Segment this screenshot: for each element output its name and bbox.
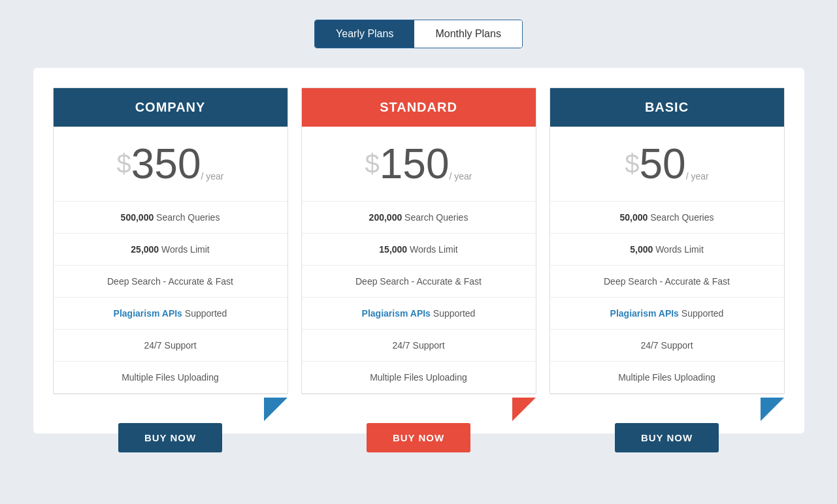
feature-bold: 15,000 <box>379 244 407 255</box>
buy-now-button-company[interactable]: BUY NOW <box>118 423 222 452</box>
plan-toggle: Yearly Plans Monthly Plans <box>314 20 523 48</box>
feature-text: 24/7 Support <box>144 340 196 351</box>
feature-text: Search Queries <box>154 212 220 223</box>
feature-text: Supported <box>679 308 724 319</box>
feature-row-standard-4: 24/7 Support <box>302 330 536 362</box>
feature-row-company-3: Plagiarism APIs Supported <box>54 298 287 330</box>
feature-text: Deep Search - Accurate & Fast <box>604 276 730 287</box>
plans-container: COMPANY $350/ year 500,000 Search Querie… <box>33 68 804 433</box>
feature-text: Deep Search - Accurate & Fast <box>355 276 482 287</box>
plagiarism-link[interactable]: Plagiarism APIs <box>114 308 182 319</box>
plan-card-company: COMPANY $350/ year 500,000 Search Querie… <box>53 87 288 394</box>
feature-text: Multiple Files Uploading <box>370 372 467 383</box>
price-dollar: $ <box>625 149 639 178</box>
feature-text: Search Queries <box>402 212 468 223</box>
feature-row-company-1: 25,000 Words Limit <box>54 234 287 266</box>
corner-arrow-company <box>264 398 287 421</box>
yearly-plans-tab[interactable]: Yearly Plans <box>315 20 414 48</box>
feature-row-standard-0: 200,000 Search Queries <box>302 202 536 234</box>
buy-btn-wrapper-basic: BUY NOW <box>550 423 784 452</box>
feature-row-basic-2: Deep Search - Accurate & Fast <box>550 266 784 298</box>
price-amount: 50 <box>640 140 686 187</box>
price-period: / year <box>686 171 709 181</box>
feature-row-basic-1: 5,000 Words Limit <box>550 234 784 266</box>
feature-text: 24/7 Support <box>392 340 444 351</box>
plagiarism-link[interactable]: Plagiarism APIs <box>362 308 431 319</box>
monthly-plans-tab[interactable]: Monthly Plans <box>414 20 522 48</box>
feature-text: Supported <box>182 308 227 319</box>
plan-header-standard: STANDARD <box>302 88 536 127</box>
price-amount: 150 <box>380 140 450 187</box>
buy-now-button-standard[interactable]: BUY NOW <box>367 423 470 452</box>
price-box-company: $350/ year <box>54 127 287 202</box>
plan-header-company: COMPANY <box>54 88 287 127</box>
feature-row-basic-0: 50,000 Search Queries <box>550 202 784 234</box>
feature-row-basic-4: 24/7 Support <box>550 330 784 362</box>
price-box-basic: $50/ year <box>550 127 784 202</box>
feature-row-company-0: 500,000 Search Queries <box>54 202 287 234</box>
feature-text: Words Limit <box>653 244 704 255</box>
feature-row-basic-5: Multiple Files Uploading <box>550 362 784 394</box>
corner-arrow-standard <box>512 398 536 421</box>
price-box-standard: $150/ year <box>302 127 536 202</box>
feature-row-company-4: 24/7 Support <box>54 330 287 362</box>
feature-bold: 5,000 <box>630 244 653 255</box>
price-period: / year <box>450 171 472 181</box>
plagiarism-link[interactable]: Plagiarism APIs <box>610 308 679 319</box>
feature-row-standard-1: 15,000 Words Limit <box>302 234 536 266</box>
feature-row-standard-2: Deep Search - Accurate & Fast <box>302 266 536 298</box>
feature-row-company-5: Multiple Files Uploading <box>54 362 287 394</box>
price-dollar: $ <box>116 149 131 178</box>
corner-arrow-basic <box>761 398 784 421</box>
feature-bold: 50,000 <box>620 212 648 223</box>
buy-btn-wrapper-standard: BUY NOW <box>302 423 536 452</box>
feature-text: Multiple Files Uploading <box>122 372 219 383</box>
feature-text: Words Limit <box>159 244 210 255</box>
feature-bold: 25,000 <box>131 244 159 255</box>
feature-row-standard-3: Plagiarism APIs Supported <box>302 298 536 330</box>
feature-bold: 500,000 <box>121 212 154 223</box>
feature-row-standard-5: Multiple Files Uploading <box>302 362 536 394</box>
price-period: / year <box>201 171 224 181</box>
feature-row-company-2: Deep Search - Accurate & Fast <box>54 266 287 298</box>
plan-card-standard: STANDARD $150/ year 200,000 Search Queri… <box>301 87 536 394</box>
plan-card-basic: BASIC $50/ year 50,000 Search Queries5,0… <box>550 87 785 394</box>
price-dollar: $ <box>365 149 379 178</box>
buy-btn-wrapper-company: BUY NOW <box>54 423 287 452</box>
feature-text: Words Limit <box>407 244 458 255</box>
feature-text: Search Queries <box>648 212 714 223</box>
feature-text: Supported <box>431 308 476 319</box>
feature-bold: 200,000 <box>369 212 402 223</box>
feature-text: Multiple Files Uploading <box>618 372 715 383</box>
price-amount: 350 <box>131 140 201 187</box>
feature-row-basic-3: Plagiarism APIs Supported <box>550 298 784 330</box>
feature-text: 24/7 Support <box>640 340 693 351</box>
buy-now-button-basic[interactable]: BUY NOW <box>615 423 719 452</box>
plan-header-basic: BASIC <box>550 88 784 127</box>
feature-text: Deep Search - Accurate & Fast <box>107 276 233 287</box>
